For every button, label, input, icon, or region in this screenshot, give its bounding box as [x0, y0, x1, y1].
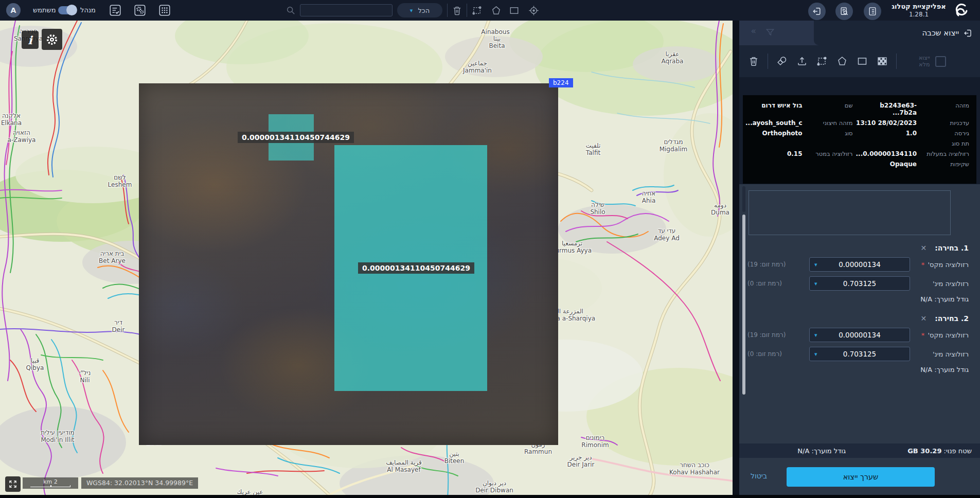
app-version: 1.28.1	[889, 11, 949, 18]
delete-icon[interactable]	[451, 5, 463, 16]
close-icon[interactable]: ✕	[920, 244, 926, 252]
map-place-label: دير جريرDeir Jarir	[567, 454, 595, 468]
map-place-label: שילהShilo	[590, 201, 605, 216]
document-search-button[interactable]	[835, 3, 853, 20]
draw-polygon-icon[interactable]	[490, 5, 502, 16]
scrollbar-thumb[interactable]	[742, 215, 745, 395]
section-estimated-size: גודל מוערך: N/A	[747, 366, 969, 374]
resolution-tooltip-2: 0.00000134110450744629	[358, 262, 474, 274]
logout-button[interactable]	[808, 3, 826, 20]
detail-label: תת סוג	[920, 140, 969, 147]
detail-value: Orthophoto	[745, 130, 803, 137]
map-settings-gear-icon[interactable]	[42, 29, 62, 50]
app-title-block: אפליקציית קטלוג 1.28.1	[889, 3, 949, 18]
draw-rectangle-icon[interactable]	[856, 55, 868, 67]
draw-polygon-icon[interactable]	[836, 55, 848, 67]
detail-value: 28/02/2023 13:10	[856, 119, 917, 127]
cancel-button[interactable]: ביטול	[747, 471, 770, 481]
locate-crosshair-icon[interactable]	[528, 5, 542, 16]
toggle-knob	[66, 5, 77, 15]
chevron-down-icon: ▾	[814, 332, 817, 339]
required-asterisk: *	[921, 261, 927, 269]
map-place-label: دير دبوانDeir Dibwan	[475, 479, 513, 494]
detail-label: שם	[806, 102, 853, 109]
apps-grid-icon[interactable]	[158, 4, 171, 17]
resolution-select[interactable]: 0.00000134▾	[809, 257, 910, 272]
free-space-readout: שטח פנוי: 30.29 GB	[907, 447, 972, 455]
chevron-down-icon: ▾	[814, 280, 817, 287]
document-list-button[interactable]	[864, 3, 881, 20]
layer-tag[interactable]: b224	[549, 78, 573, 87]
full-export-checkbox[interactable]	[935, 56, 946, 67]
bottom-strip	[0, 495, 980, 498]
detail-label: מזהה חיצוני	[806, 119, 853, 127]
scope-dropdown[interactable]: הכל ▾	[397, 3, 442, 17]
notes-box[interactable]	[749, 190, 951, 235]
map-place-label: بيتاBeita	[489, 35, 505, 49]
resolution-value: 0.703125	[843, 350, 876, 358]
resolution-row: רזולוציה מקס' *0.00000134▾(רמת זום: 19)	[747, 328, 969, 342]
map-canvas[interactable]: סנירייהSanniriyaAinabousبيتاBeitaجماعينJ…	[0, 21, 733, 498]
field-label: רזולוציה מינ'	[915, 350, 969, 358]
search-input[interactable]	[300, 4, 393, 16]
panel-toolbar: ייצוא מלא	[739, 45, 980, 77]
draw-rectangle-icon[interactable]	[508, 5, 520, 16]
toggle-admin-label: מנהל	[80, 6, 96, 14]
zoom-level-hint: (רמת זום: 0)	[747, 350, 804, 358]
detail-label: מזהה	[920, 102, 969, 109]
fullscreen-icon[interactable]	[5, 476, 21, 492]
map-place-label: ניל"יNili	[79, 369, 91, 384]
map-place-label: تلفيتTalfit	[586, 142, 601, 156]
map-place-label: جماعينJamma'in	[463, 60, 492, 74]
chevron-down-icon: ▾	[814, 261, 817, 268]
info-button[interactable]: i	[22, 31, 39, 49]
scrollbar-track	[742, 186, 745, 212]
app-title: אפליקציית קטלוג	[889, 3, 949, 10]
details-grid: מזההb2243e63-7b2a...שםבול איוש דרוםעדכני…	[750, 102, 969, 168]
panel-scrollbar[interactable]	[742, 186, 745, 442]
divider	[467, 4, 467, 17]
services-gears-icon[interactable]	[133, 4, 147, 17]
map-place-label: عين عريك	[237, 488, 263, 495]
zoom-level-hint: (רמת זום: 0)	[747, 280, 804, 287]
upload-icon[interactable]	[796, 55, 808, 67]
delete-selection-icon[interactable]	[747, 55, 760, 67]
resolution-value: 0.703125	[843, 279, 876, 288]
user-avatar[interactable]: A	[6, 3, 21, 17]
resolution-tooltip-1: 0.00000134110450744629	[238, 132, 354, 143]
tab-export-layer[interactable]: ייצוא שכבה	[814, 21, 980, 45]
map-place-label: قرية المصايفAl Masayef	[386, 459, 422, 473]
select-area-icon[interactable]	[816, 55, 828, 67]
resolution-select[interactable]: 0.00000134▾	[809, 328, 910, 342]
select-area-icon[interactable]	[471, 5, 483, 16]
resolution-value: 0.00000134	[839, 260, 881, 269]
resolution-row: רזולוציה מינ'0.703125▾(רמת זום: 0)	[747, 347, 969, 361]
export-estimate-button[interactable]: שערך ייצוא	[787, 467, 935, 487]
export-layer-panel: ייצוא שכבה »	[739, 21, 980, 498]
tasks-icon[interactable]	[109, 4, 122, 17]
resolution-row: רזולוציה מינ'0.703125▾(רמת זום: 0)	[747, 276, 969, 291]
filter-funnel-icon[interactable]	[765, 27, 775, 38]
panel-scroll-area: 1. בחירה:✕רזולוציה מקס' *0.00000134▾(רמת…	[739, 184, 980, 444]
tiles-grid-icon[interactable]	[876, 55, 888, 67]
map-place-label: عقرباAqraba	[662, 50, 684, 65]
detail-value: b2243e63-7b2a...	[856, 102, 917, 116]
map-place-label: بتينBiteen	[444, 450, 465, 465]
shapes-overlap-icon[interactable]	[776, 55, 788, 67]
detail-value: Opaque	[856, 161, 917, 168]
detail-label: סוג	[806, 130, 853, 137]
full-export-label: ייצוא מלא	[919, 55, 930, 68]
detail-value: 0.00000134110...	[856, 150, 917, 157]
scale-line	[30, 487, 70, 488]
resolution-select[interactable]: 0.703125▾	[809, 347, 910, 361]
section-estimated-size: גודל מוערך: N/A	[747, 295, 969, 303]
detail-label: גירסה	[920, 130, 969, 137]
role-toggle[interactable]	[58, 6, 76, 14]
map-place-label: מודיעין עיליתModi'in Illit	[41, 429, 75, 443]
map-place-label: כוכב השחרKohav Hashahar	[669, 461, 720, 476]
close-icon[interactable]: ✕	[920, 314, 926, 323]
resolution-select[interactable]: 0.703125▾	[809, 276, 910, 291]
app-logo-icon	[953, 2, 970, 20]
detail-label: עדכניות	[920, 119, 969, 127]
collapse-chevrons-icon[interactable]: »	[751, 26, 756, 36]
